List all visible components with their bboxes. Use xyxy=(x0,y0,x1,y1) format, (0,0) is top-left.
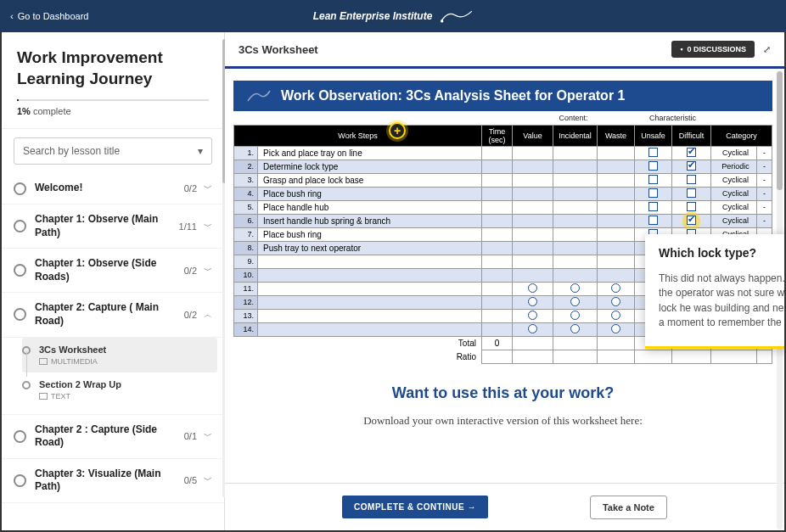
progress-ring-icon xyxy=(14,474,26,487)
chevron-up-icon: ︿ xyxy=(204,309,212,321)
work-step xyxy=(258,322,482,336)
checkbox[interactable] xyxy=(687,175,696,184)
work-step xyxy=(258,255,482,268)
radio[interactable] xyxy=(611,324,620,333)
chapter-name: Chapter 1: Observe (Main Path) xyxy=(35,213,179,239)
radio[interactable] xyxy=(528,324,537,333)
chapter-progress: 0/2 xyxy=(184,266,197,276)
progress-ring-icon xyxy=(14,430,26,443)
worksheet-area: Work Observation: 3Cs Analysis Sheet for… xyxy=(225,69,784,483)
chapter-progress: 0/1 xyxy=(184,431,197,441)
worksheet-banner: Work Observation: 3Cs Analysis Sheet for… xyxy=(233,81,772,111)
radio[interactable] xyxy=(611,283,620,293)
discussions-button[interactable]: ▪ 0 DISCUSSIONS xyxy=(671,41,755,58)
checkbox-checked[interactable] xyxy=(687,161,696,171)
radio[interactable] xyxy=(528,283,537,293)
work-step xyxy=(258,309,482,322)
chevron-down-icon: ﹀ xyxy=(204,430,212,442)
radio[interactable] xyxy=(570,283,580,293)
work-step xyxy=(258,295,482,309)
content-header: 3Cs Worksheet ▪ 0 DISCUSSIONS ⤢ xyxy=(225,32,784,69)
checkbox[interactable] xyxy=(648,161,658,171)
progress-ring-icon xyxy=(14,264,26,277)
checkbox[interactable] xyxy=(687,188,696,198)
chapter-list: Welcome! 0/2 ﹀ Chapter 1: Observe (Main … xyxy=(2,173,224,530)
progress-bar xyxy=(17,99,209,101)
checkbox[interactable] xyxy=(648,202,658,211)
work-step: Pick and place tray on line xyxy=(258,146,482,160)
checkbox[interactable] xyxy=(687,202,696,211)
table-row: 3. Grasp and place lock base Cyclical - xyxy=(234,173,772,187)
chapter-header[interactable]: Chapter 2: Capture ( Main Road) 0/2 ︿ xyxy=(2,293,224,336)
work-step: Insert handle hub spring & branch xyxy=(258,214,482,227)
chevron-down-icon: ﹀ xyxy=(204,221,212,232)
checkbox[interactable] xyxy=(648,148,658,157)
checkbox-checked[interactable] xyxy=(687,148,696,157)
course-title: Work Improvement Learning Journey xyxy=(17,48,209,89)
work-step: Grasp and place lock base xyxy=(258,173,482,187)
chapter-header[interactable]: Chapter 1: Observe (Main Path) 1/11 ﹀ xyxy=(2,204,224,248)
chapter-name: Chapter 1: Observe (Side Roads) xyxy=(35,257,184,283)
banner-title: Work Observation: 3Cs Analysis Sheet for… xyxy=(281,88,625,104)
work-step xyxy=(258,282,482,295)
lesson-name: 3Cs Worksheet xyxy=(39,344,209,355)
radio[interactable] xyxy=(528,311,537,320)
work-step xyxy=(258,268,482,282)
brand: Lean Enterprise Institute xyxy=(313,7,474,25)
work-step: Place bush ring xyxy=(258,187,482,200)
chat-icon: ▪ xyxy=(680,45,682,53)
caret-down-icon: ▾ xyxy=(198,145,203,157)
chapter-progress: 0/5 xyxy=(184,475,197,485)
popup-title: Which lock type? xyxy=(659,246,784,260)
lesson-item[interactable]: Section 2 Wrap Up TEXT xyxy=(22,372,224,407)
work-step: Determine lock type xyxy=(258,160,482,173)
complete-continue-button[interactable]: COMPLETE & CONTINUE → xyxy=(342,496,488,518)
progress-ring-icon xyxy=(14,182,26,195)
checkbox-checked[interactable] xyxy=(687,216,696,225)
lesson-name: Section 2 Wrap Up xyxy=(39,379,216,389)
chapter-progress: 0/2 xyxy=(184,310,197,320)
radio[interactable] xyxy=(570,311,580,320)
brand-logo-icon xyxy=(437,7,473,25)
brand-text: Lean Enterprise Institute xyxy=(313,10,433,22)
chapter-header[interactable]: Chapter 3: Visualize (Main Path) 0/5 ﹀ xyxy=(2,459,224,502)
cta-title: Want to use this at your work? xyxy=(233,384,772,402)
chapter-name: Chapter 2: Capture ( Main Road) xyxy=(35,301,184,328)
chapter-header[interactable]: Welcome! 0/2 ﹀ xyxy=(2,173,224,204)
work-step: Place handle hub xyxy=(258,200,482,214)
chevron-down-icon: ﹀ xyxy=(204,474,212,486)
content-pane: 3Cs Worksheet ▪ 0 DISCUSSIONS ⤢ Work Obs… xyxy=(225,32,784,530)
table-row: 2. Determine lock type Periodic - xyxy=(234,160,772,173)
progress-ring-icon xyxy=(14,220,26,232)
search-lessons-dropdown[interactable]: Search by lesson title ▾ xyxy=(14,137,212,165)
lesson-type: MULTIMEDIA xyxy=(39,357,209,366)
radio[interactable] xyxy=(611,311,620,320)
popup-body: This did not always happen. At some poin… xyxy=(659,272,784,331)
expand-icon[interactable]: ⤢ xyxy=(763,44,771,55)
checkbox[interactable] xyxy=(648,216,658,225)
lesson-item[interactable]: 3Cs Worksheet MULTIMEDIA xyxy=(22,338,217,372)
chapter-name: Welcome! xyxy=(35,182,184,195)
table-row: 5. Place handle hub Cyclical - xyxy=(234,200,772,214)
radio[interactable] xyxy=(611,297,620,306)
search-placeholder: Search by lesson title xyxy=(23,145,120,157)
checkbox[interactable] xyxy=(648,175,658,184)
checkbox[interactable] xyxy=(648,188,658,198)
chapter-header[interactable]: Chapter 1: Observe (Side Roads) 0/2 ﹀ xyxy=(2,249,224,292)
take-note-button[interactable]: Take a Note xyxy=(590,496,667,519)
chapter-progress: 1/11 xyxy=(179,221,197,232)
radio[interactable] xyxy=(570,324,580,333)
chevron-down-icon: ﹀ xyxy=(204,265,212,277)
cta-block: Want to use this at your work? Download … xyxy=(233,364,772,438)
hotspot-marker[interactable]: + xyxy=(389,122,406,139)
progress-ring-icon xyxy=(14,308,26,321)
work-step: Place bush ring xyxy=(258,227,482,241)
topbar: ‹ Go to Dashboard Lean Enterprise Instit… xyxy=(0,0,786,32)
chapter-header[interactable]: Chapter 2 : Capture (Side Road) 0/1 ﹀ xyxy=(2,415,224,458)
radio[interactable] xyxy=(528,297,537,306)
corner-logo-icon xyxy=(244,81,274,111)
back-to-dashboard[interactable]: ‹ Go to Dashboard xyxy=(10,11,88,21)
chapter-progress: 0/2 xyxy=(184,183,197,193)
radio[interactable] xyxy=(570,297,580,306)
table-row: 4. Place bush ring Cyclical - xyxy=(234,187,772,200)
